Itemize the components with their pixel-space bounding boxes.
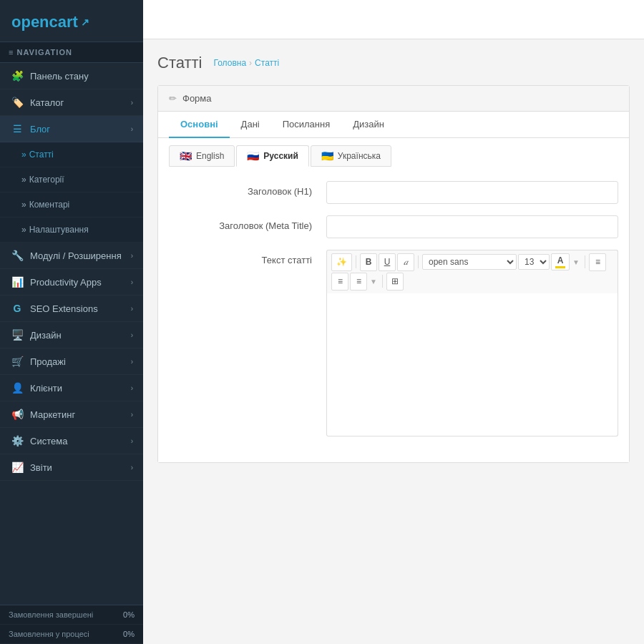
sidebar-item-label: Productivity Apps bbox=[30, 277, 102, 288]
sidebar-item-label: Коментарі bbox=[29, 200, 70, 210]
chevron-right-icon: › bbox=[131, 411, 133, 419]
sidebar: opencart ↗ ≡ NAVIGATION 🧩 Панель стану 🏷… bbox=[0, 0, 143, 644]
lang-label-ru: Русский bbox=[263, 151, 298, 161]
stat-label: Замовлення завершені bbox=[9, 610, 93, 619]
sub-item-prefix: » bbox=[21, 200, 26, 210]
sidebar-item-label: Дизайн bbox=[30, 330, 62, 341]
nav-header: ≡ NAVIGATION bbox=[0, 42, 143, 63]
sub-item-prefix: » bbox=[21, 150, 26, 160]
breadcrumb-current[interactable]: Статті bbox=[255, 58, 279, 68]
editor-wrap: ✨ B U 𝑎 open sans Ar bbox=[326, 250, 618, 436]
reports-icon: 📈 bbox=[10, 462, 24, 473]
editor-btn-table[interactable]: ⊞ bbox=[386, 273, 404, 291]
sidebar-item-blog[interactable]: ☰ Блог › bbox=[0, 116, 143, 142]
logo-text: opencart bbox=[11, 13, 78, 31]
sidebar-stats: Замовлення завершені 0% Замовлення у про… bbox=[0, 605, 143, 644]
form-area: Заголовок (H1) Заголовок (Meta Title) Те… bbox=[158, 167, 629, 462]
flag-ru: 🇷🇺 bbox=[247, 150, 259, 162]
tab-links[interactable]: Посилання bbox=[271, 112, 342, 138]
chevron-down-icon: › bbox=[131, 125, 133, 133]
form-row-h1: Заголовок (H1) bbox=[169, 181, 618, 204]
sidebar-item-catalog[interactable]: 🏷️ Каталог › bbox=[0, 89, 143, 116]
lang-tabs: 🇬🇧 English 🇷🇺 Русский 🇺🇦 Українська bbox=[158, 138, 629, 167]
editor-toolbar: ✨ B U 𝑎 open sans Ar bbox=[326, 250, 618, 293]
editor-btn-color[interactable]: A bbox=[551, 253, 570, 270]
sidebar-item-label: Система bbox=[30, 436, 67, 447]
card-header-label: Форма bbox=[182, 93, 212, 104]
input-wrap-meta-title bbox=[326, 215, 618, 238]
chevron-right-icon: › bbox=[131, 252, 133, 260]
editor-btn-list-ul[interactable]: ≡ bbox=[589, 253, 606, 271]
sidebar-item-modules[interactable]: 🔧 Модулі / Розширення › bbox=[0, 243, 143, 269]
chevron-right-icon: › bbox=[131, 331, 133, 339]
lang-tab-en[interactable]: 🇬🇧 English bbox=[169, 145, 235, 167]
sidebar-item-label: Категорії bbox=[29, 175, 64, 185]
sidebar-item-sales[interactable]: 🛒 Продажі › bbox=[0, 348, 143, 375]
logo[interactable]: opencart ↗ bbox=[11, 13, 132, 31]
sidebar-item-seo[interactable]: G SEO Extensions › bbox=[0, 296, 143, 322]
blog-icon: ☰ bbox=[10, 123, 24, 135]
catalog-icon: 🏷️ bbox=[10, 97, 24, 108]
form-card: ✏ Форма Основні Дані Посилання Дизайн 🇬🇧… bbox=[157, 85, 630, 463]
meta-title-input[interactable] bbox=[326, 215, 618, 238]
editor-btn-underline[interactable]: U bbox=[379, 253, 396, 271]
chevron-right-icon: › bbox=[131, 437, 133, 445]
page-title-row: Статті Головна › Статті bbox=[157, 54, 630, 72]
lang-label-en: English bbox=[196, 151, 224, 161]
lang-tab-ru[interactable]: 🇷🇺 Русский bbox=[236, 145, 309, 167]
sidebar-item-system[interactable]: ⚙️ Система › bbox=[0, 428, 143, 454]
stat-value: 0% bbox=[123, 610, 135, 619]
label-content: Текст статті bbox=[169, 250, 326, 265]
stat-row-processing: Замовлення у процесі 0% bbox=[0, 625, 143, 644]
toolbar-separator bbox=[585, 255, 585, 268]
tab-main[interactable]: Основні bbox=[169, 112, 230, 138]
editor-btn-align[interactable]: ≡ bbox=[350, 273, 367, 291]
sidebar-item-reports[interactable]: 📈 Звіти › bbox=[0, 454, 143, 481]
label-meta-title: Заголовок (Meta Title) bbox=[169, 215, 326, 231]
color-bar bbox=[555, 266, 565, 268]
modules-icon: 🔧 bbox=[10, 250, 24, 261]
design-icon: 🖥️ bbox=[10, 329, 24, 341]
sidebar-item-label: Клієнти bbox=[30, 383, 62, 394]
tab-data[interactable]: Дані bbox=[230, 112, 271, 138]
editor-btn-italic[interactable]: 𝑎 bbox=[397, 253, 414, 271]
h1-input[interactable] bbox=[326, 181, 618, 204]
editor-font-select[interactable]: open sans Arial Times New Roman bbox=[422, 254, 517, 270]
align-arrow[interactable]: ▼ bbox=[369, 278, 379, 286]
sidebar-item-design[interactable]: 🖥️ Дизайн › bbox=[0, 322, 143, 348]
seo-icon: G bbox=[10, 303, 24, 314]
tab-row: Основні Дані Посилання Дизайн bbox=[158, 112, 629, 138]
sidebar-item-productivity[interactable]: 📊 Productivity Apps › bbox=[0, 269, 143, 296]
marketing-icon: 📢 bbox=[10, 409, 24, 420]
editor-btn-magic[interactable]: ✨ bbox=[331, 253, 352, 271]
lang-tab-uk[interactable]: 🇺🇦 Українська bbox=[311, 145, 391, 167]
sidebar-item-marketing[interactable]: 📢 Маркетинг › bbox=[0, 401, 143, 428]
chevron-right-icon: › bbox=[131, 464, 133, 472]
stat-value: 0% bbox=[123, 630, 135, 638]
sidebar-item-clients[interactable]: 👤 Клієнти › bbox=[0, 375, 143, 401]
editor-body[interactable] bbox=[326, 293, 618, 436]
sidebar-item-articles[interactable]: » Статті bbox=[0, 142, 143, 167]
system-icon: ⚙️ bbox=[10, 435, 24, 447]
form-row-meta-title: Заголовок (Meta Title) bbox=[169, 215, 618, 238]
editor-size-select[interactable]: 13 10 12 14 16 18 bbox=[518, 254, 550, 270]
sidebar-item-categories[interactable]: » Категорії bbox=[0, 167, 143, 192]
dashboard-icon: 🧩 bbox=[10, 70, 24, 82]
color-arrow[interactable]: ▼ bbox=[571, 258, 581, 266]
breadcrumb-home[interactable]: Головна bbox=[214, 58, 247, 68]
sidebar-item-label: SEO Extensions bbox=[30, 303, 98, 314]
color-a-letter: A bbox=[557, 255, 564, 265]
sidebar-item-label: Налаштування bbox=[29, 225, 89, 235]
breadcrumb: Головна › Статті bbox=[214, 58, 280, 68]
pencil-icon: ✏ bbox=[169, 93, 177, 104]
sidebar-item-dashboard[interactable]: 🧩 Панель стану bbox=[0, 63, 143, 89]
sidebar-item-comments[interactable]: » Коментарі bbox=[0, 192, 143, 218]
editor-btn-list-ol[interactable]: ≡ bbox=[331, 273, 348, 291]
tab-design[interactable]: Дизайн bbox=[341, 112, 396, 138]
form-row-content: Текст статті ✨ B U 𝑎 bbox=[169, 250, 618, 436]
editor-btn-bold[interactable]: B bbox=[360, 253, 377, 271]
sidebar-item-blog-settings[interactable]: » Налаштування bbox=[0, 218, 143, 243]
chevron-right-icon: › bbox=[131, 384, 133, 392]
sub-item-prefix: » bbox=[21, 225, 26, 235]
content-area: Статті Головна › Статті ✏ Форма Основні … bbox=[143, 39, 644, 644]
